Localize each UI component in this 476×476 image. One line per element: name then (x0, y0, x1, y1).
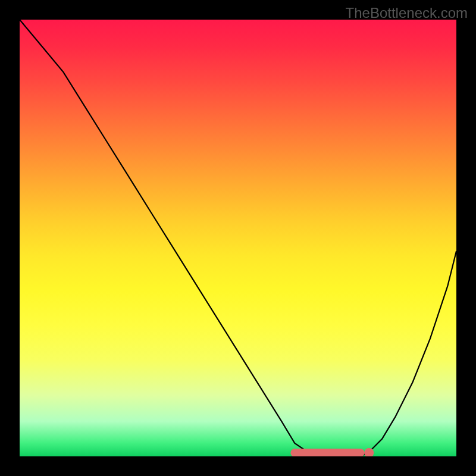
chart-svg (20, 20, 456, 456)
chart-plot-area (20, 20, 456, 456)
bottleneck-curve-line (20, 20, 456, 456)
watermark-text: TheBottleneck.com (346, 5, 468, 21)
